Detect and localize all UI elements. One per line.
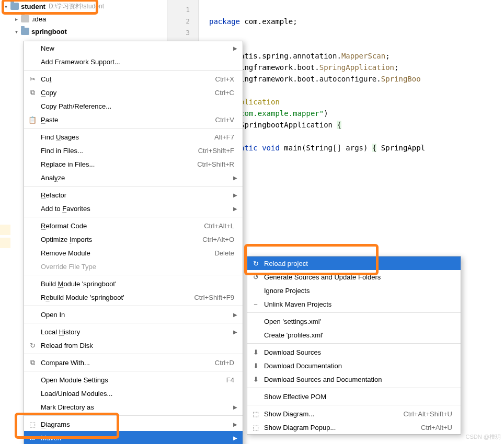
menu-item-open-in[interactable]: Open In▶ [24,308,243,321]
context-menu-maven[interactable]: ↻Reload project↺Generate Sources and Upd… [247,256,461,435]
menu-item-find-in-files[interactable]: Find in Files...Ctrl+Shift+F [24,144,243,157]
chevron-down-icon: ▾ [14,29,19,34]
menu-item-label: Find in Files... [41,147,83,155]
menu-item-load-unload-modules[interactable]: Load/Unload Modules... [24,387,243,400]
menu-item-copy-path-reference[interactable]: Copy Path/Reference... [24,99,243,113]
shortcut-label: Ctrl+Shift+F [198,147,234,155]
download-icon: ⬇ [251,375,260,383]
download-icon: ⬇ [251,348,260,356]
menu-item-copy[interactable]: ⧉CopyCtrl+C [24,86,243,99]
code-area[interactable]: package com.example; org.mybatis.spring.… [209,4,504,165]
tree-root-name: student [21,3,45,10]
menu-item-reload-project[interactable]: ↻Reload project [247,256,461,270]
menu-separator [24,306,243,306]
diagram-icon: ⬚ [251,410,260,418]
menu-item-download-sources[interactable]: ⬇Download Sources [247,345,461,359]
shortcut-label: F4 [226,376,234,384]
menu-item-build-module-springboot[interactable]: Build Module 'springboot' [24,277,243,290]
menu-item-label: New [41,44,54,52]
menu-item-label: Add to Favorites [41,205,90,213]
menu-item-override-file-type: Override File Type [24,260,243,273]
menu-separator [247,343,461,344]
menu-item-download-sources-and-documentation[interactable]: ⬇Download Sources and Documentation [247,372,461,386]
submenu-arrow-icon: ▶ [233,175,237,181]
menu-item-compare-with[interactable]: ⧉Compare With...Ctrl+D [24,356,243,369]
menu-item-label: Cut [41,75,51,83]
menu-item-label: Rebuild Module 'springboot' [41,294,124,301]
menu-item-label: Reload project [264,260,308,267]
chevron-down-icon: ▾ [3,4,8,9]
menu-separator [247,312,461,313]
menu-item-label: Open 'settings.xml' [264,318,321,325]
watermark: CSDN @檀玥 [466,433,501,441]
menu-item-open-settings-xml[interactable]: Open 'settings.xml' [247,314,461,328]
menu-item-mark-directory-as[interactable]: Mark Directory as▶ [24,400,243,414]
menu-item-ignore-projects[interactable]: Ignore Projects [247,284,461,297]
menu-item-open-module-settings[interactable]: Open Module SettingsF4 [24,373,243,387]
tree-item-springboot[interactable]: ▾ springboot [0,25,167,38]
menu-item-label: Copy Path/Reference... [41,102,111,110]
menu-item-label: Download Sources and Documentation [264,376,382,383]
menu-item-paste[interactable]: 📋PasteCtrl+V [24,113,243,126]
shortcut-label: Ctrl+C [215,89,234,97]
context-menu-project[interactable]: New▶Add Framework Support...✂CutCtrl+X⧉C… [24,41,243,444]
menu-item-rebuild-module-springboot[interactable]: Rebuild Module 'springboot'Ctrl+Shift+F9 [24,290,243,304]
shortcut-label: Ctrl+D [215,359,234,367]
unlink-icon: − [251,300,260,308]
menu-item-new[interactable]: New▶ [24,41,243,55]
menu-item-label: Add Framework Support... [41,58,120,66]
menu-item-show-diagram-popup[interactable]: ⬚Show Diagram Popup...Ctrl+Alt+U [247,420,461,434]
menu-separator [24,128,243,128]
submenu-arrow-icon: ▶ [233,45,237,51]
menu-item-label: Reformat Code [41,222,87,230]
menu-separator [24,354,243,354]
menu-item-show-effective-pom[interactable]: Show Effective POM [247,390,461,403]
menu-item-add-to-favorites[interactable]: Add to Favorites▶ [24,202,243,215]
menu-item-label: Refactor [41,191,66,199]
menu-item-show-diagram[interactable]: ⬚Show Diagram...Ctrl+Alt+Shift+U [247,407,461,420]
menu-item-remove-module[interactable]: Remove ModuleDelete [24,246,243,260]
menu-item-label: Open In [41,311,65,319]
shortcut-label: Ctrl+V [215,116,234,124]
menu-item-create-profiles-xml[interactable]: Create 'profiles.xml' [247,328,461,342]
menu-item-label: Optimize Imports [41,236,92,243]
menu-separator [24,323,243,323]
menu-item-label: Generate Sources and Update Folders [264,273,381,281]
menu-item-find-usages[interactable]: Find UsagesAlt+F7 [24,130,243,144]
menu-item-analyze[interactable]: Analyze▶ [24,171,243,184]
menu-item-reload-from-disk[interactable]: ↻Reload from Disk [24,338,243,352]
submenu-arrow-icon: ▶ [233,404,237,410]
menu-separator [24,415,243,416]
tree-root-row[interactable]: ▾ student D:\学习资料\student [0,0,167,13]
menu-item-download-documentation[interactable]: ⬇Download Documentation [247,359,461,372]
menu-item-add-framework-support[interactable]: Add Framework Support... [24,55,243,68]
menu-item-label: Replace in Files... [41,160,95,168]
menu-item-generate-sources-and-update-folders[interactable]: ↺Generate Sources and Update Folders [247,270,461,284]
menu-item-label: Download Sources [264,348,321,356]
menu-item-maven[interactable]: mMaven▶ [24,431,243,444]
menu-item-label: Find Usages [41,133,79,141]
download-icon: ⬇ [251,361,260,370]
menu-separator [24,275,243,275]
copy-icon: ⧉ [28,88,37,97]
menu-item-unlink-maven-projects[interactable]: −Unlink Maven Projects [247,297,461,311]
menu-item-label: Show Diagram Popup... [264,424,336,431]
menu-item-diagrams[interactable]: ⬚Diagrams▶ [24,417,243,431]
menu-separator [247,388,461,388]
menu-item-label: Build Module 'springboot' [41,280,116,288]
tree-item-idea[interactable]: ▸ .idea [0,13,167,25]
reload-icon: ↻ [251,259,260,267]
menu-separator [24,70,243,71]
submenu-arrow-icon: ▶ [233,192,237,198]
menu-item-label: Paste [41,116,58,124]
menu-item-local-history[interactable]: Local History▶ [24,325,243,338]
menu-item-reformat-code[interactable]: Reformat CodeCtrl+Alt+L [24,219,243,232]
menu-separator [24,217,243,217]
diff-marker [0,225,10,235]
menu-item-label: Remove Module [41,249,90,257]
menu-item-cut[interactable]: ✂CutCtrl+X [24,72,243,86]
menu-item-refactor[interactable]: Refactor▶ [24,188,243,202]
menu-item-optimize-imports[interactable]: Optimize ImportsCtrl+Alt+O [24,232,243,246]
menu-item-replace-in-files[interactable]: Replace in Files...Ctrl+Shift+R [24,157,243,171]
menu-item-label: Show Diagram... [264,410,314,418]
